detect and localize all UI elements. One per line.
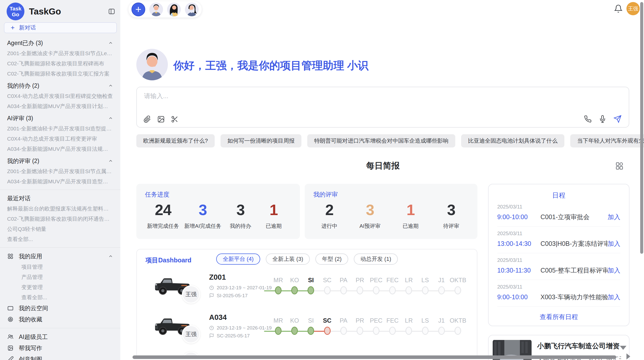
join-button[interactable]: 加入 [608,239,620,248]
sidebar-sections: Agent已办 (3) Z001-全新燃油皮卡产品开发项目SI节点Lesson … [0,33,120,187]
recent-chat-item[interactable]: 解释最新出台的欧盟报废车法规再生塑料比例被调至15%... [7,204,113,214]
plus-icon [135,6,142,13]
sidebar-item[interactable]: A034-全新新能源MUV产品开发项目法规符合性评审 [7,144,113,154]
milestone-dot-pending [373,286,379,294]
sidebar-item[interactable]: C0X4-动力总成开发项目工程变更评审 [7,134,113,144]
sidebar-item-product-mgmt[interactable]: 产品管理 [0,272,120,282]
plus-icon [10,25,16,31]
join-button[interactable]: 加入 [608,266,620,275]
sidebar-item-favorites[interactable]: 我的收藏 [0,314,120,325]
sidebar-item-help-me-write[interactable]: 帮我写作 [0,342,120,354]
section-agent-done[interactable]: Agent已办 (3) [7,38,113,48]
scroll-down-arrow-icon[interactable] [620,346,626,350]
main-content: 王强 你好，王强，我是你的项目管理助理 小识 [120,0,644,360]
milestone: SC [319,277,335,294]
milestone: SI [303,317,319,335]
suggestion-chip[interactable]: 当下年轻人对汽车外观有怎样的喜好趋势 [570,134,644,147]
recent-chats-view-all[interactable]: 查看全部... [7,234,113,244]
sidebar-item[interactable]: C02-飞腾新能源轻客改款项目里程碑画布 [7,58,113,69]
sidebar-item-change-mgmt[interactable]: 变更管理 [0,282,120,292]
project-name[interactable]: Z001 [209,273,226,281]
input-actions [584,115,622,123]
milestone: SI [303,277,319,294]
project-dashboard-title: 项目Dashboard [145,256,192,264]
user-avatar[interactable]: 王强 [626,2,640,15]
voice-call-icon[interactable] [584,115,592,123]
metric-in-progress: 2 进行中 [315,202,343,230]
chat-input[interactable] [143,91,564,112]
recent-chat-item[interactable]: C02-飞腾新能源轻客改款项目的闭环通告反馈情况 [7,214,113,224]
section-my-review[interactable]: 我的评审 (2) [7,156,113,166]
clock-icon [209,325,214,331]
cloud-space-label: 我的云空间 [19,304,48,312]
suggestion-chip[interactable]: 欧洲新规最近颁布了什么? [136,134,215,147]
users-icon [7,334,14,340]
flag-icon [209,293,214,298]
suggestion-chip[interactable]: 比亚迪全固态电池计划具体说了什么 [461,134,564,147]
milestone: MR [270,317,286,335]
project-name[interactable]: A034 [209,313,227,322]
metric-overdue: 1 已逾期 [260,202,288,230]
vertical-scrollbar[interactable] [640,2,643,254]
suggestion-chip[interactable]: 特朗普可能对进口汽车增税会对中国车企造成哪些影响 [307,134,455,147]
sidebar-item[interactable]: Z001-全新燃油皮卡产品开发项目SI节点Lesson Learn报告 [7,48,113,58]
collapse-sidebar-icon[interactable] [108,8,115,15]
send-icon[interactable] [613,115,622,123]
tab-new-platform[interactable]: 全新平台 (4) [216,253,260,265]
tab-new-body[interactable]: 全新上装 (3) [266,253,310,265]
schedule-time: 9:00-10:00 [497,213,540,221]
agent-avatar[interactable] [149,3,163,16]
project-dashboard-card: 项目Dashboard 全新平台 (4) 全新上装 (3) 年型 (2) 动总开… [136,249,477,359]
briefing-layout-icon[interactable] [615,161,624,170]
section-title: 我的待办 (2) [7,82,39,90]
sidebar-item[interactable]: Z001-全新燃油轻卡产品开发项目SI节点属性5D文件评审 [7,166,113,176]
add-agent-button[interactable] [131,3,145,16]
milestone-dot-done [291,286,298,294]
schedule-event-title: C001-立项审批会 [540,213,608,221]
milestone: SC [319,317,335,335]
sidebar-item[interactable]: A034-全新新能源MUV产品开发项目计划变更表编写 [7,101,113,111]
schedule-date: 2025/03/11 [497,231,620,236]
section-my-todo[interactable]: 我的待办 (2) [7,80,113,91]
my-review-card: 我的评审 2 进行中 3 AI预评审 1 已逾期 3 待评审 [305,184,477,239]
sidebar-item-creative-drawing[interactable]: 创意制图 [0,354,120,360]
tab-model-year[interactable]: 年型 (2) [315,253,348,265]
microphone-icon[interactable] [599,115,606,123]
milestone: LS [417,317,433,335]
sidebar-item-my-apps[interactable]: 我的应用 [0,251,120,262]
suggestion-chip[interactable]: 如何写一份清晰的项目周报 [221,134,301,147]
tab-powertrain[interactable]: 动总开发 (1) [354,253,398,265]
notification-bell-icon[interactable] [614,4,623,13]
sidebar-item-project-mgmt[interactable]: 项目管理 [0,262,120,272]
milestone: PR [352,317,368,335]
pen-icon [7,356,14,360]
chevron-up-icon [108,116,113,121]
scroll-right-arrow-icon[interactable] [626,353,630,359]
sidebar-item[interactable]: C0X4-动力总成开发项目SI里程碑提交物检查 [7,91,113,101]
section-ai-review[interactable]: AI评审 (3) [7,113,113,124]
agent-avatar[interactable] [167,3,181,16]
sidebar-item-cloud-space[interactable]: 我的云空间 [0,303,120,314]
attach-image-icon[interactable] [157,115,165,123]
schedule-item: 2025/03/11 10:30-11:30 C005-整车工程目标评审 加入 [497,253,620,280]
sidebar-item[interactable]: C02-飞腾新能源轻客改款项目立项汇报方案 [7,69,113,79]
sidebar-item[interactable]: A034-全新新能源MUV产品开发项目造型可行性评审 [7,176,113,187]
horizontal-scrollbar[interactable] [133,355,616,359]
sidebar-item[interactable]: Z001-全新燃油轻卡产品开发项目SI造型提交物评审 [7,124,113,134]
metric-ai-pre-review: 3 AI预评审 [356,202,384,230]
apps-view-all[interactable]: 查看全部... [0,292,120,303]
agent-avatar[interactable] [185,3,199,16]
view-all-schedule-link[interactable]: 查看所有日程 [497,313,620,321]
sidebar-item-ai-super-staff[interactable]: AI超级员工 [0,331,120,342]
chevron-up-icon [108,40,113,46]
attach-file-icon[interactable] [143,115,151,123]
milestone: PR [352,277,368,294]
schedule-time: 9:00-10:00 [497,293,540,301]
join-button[interactable]: 加入 [608,213,620,221]
new-chat-button[interactable]: 新对话 [4,22,117,33]
recent-chat-item[interactable]: 公司Q3轻卡销量 [7,224,113,234]
join-button[interactable]: 加入 [608,293,620,301]
milestone-dot-current [308,286,314,294]
assistant-avatar [136,49,168,80]
screenshot-scissors-icon[interactable] [171,115,179,123]
